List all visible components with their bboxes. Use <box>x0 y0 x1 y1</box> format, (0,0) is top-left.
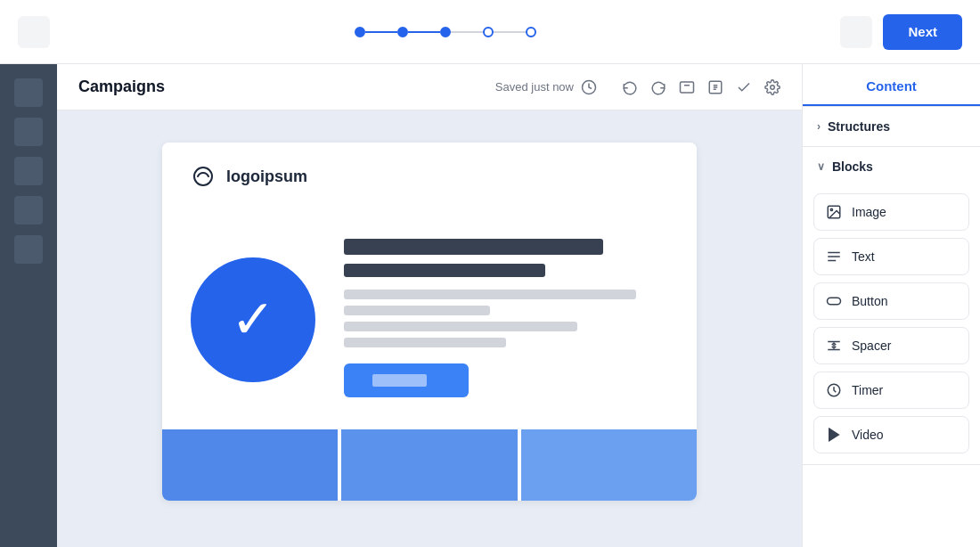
text-icon <box>825 248 843 265</box>
text-bar-body-4 <box>344 338 506 347</box>
canvas-header: logoipsum <box>162 143 697 210</box>
top-bar: Next <box>0 0 980 64</box>
text-bar-heading-2 <box>344 264 545 277</box>
preview-icon[interactable] <box>679 79 695 95</box>
canvas-hero: ✓ <box>162 210 697 429</box>
blocks-label: Blocks <box>832 159 873 174</box>
top-bar-left <box>18 16 50 48</box>
block-image-label: Image <box>852 205 886 219</box>
step-3 <box>440 27 451 37</box>
block-item-timer[interactable]: Timer <box>813 371 969 409</box>
secondary-button[interactable] <box>840 16 872 48</box>
undo-icon[interactable] <box>622 79 638 95</box>
left-sidebar <box>0 64 57 547</box>
svg-point-3 <box>771 85 775 89</box>
settings-icon[interactable] <box>764 79 780 95</box>
panel-tabs: Content <box>803 64 980 107</box>
step-4 <box>483 27 494 37</box>
step-line-2 <box>408 31 440 33</box>
history-icon[interactable] <box>581 79 597 95</box>
text-bar-body-1 <box>344 290 636 299</box>
tab-content[interactable]: Content <box>803 64 980 106</box>
editor-toolbar <box>622 79 780 95</box>
logo-icon <box>191 164 216 189</box>
step-2 <box>397 27 408 37</box>
save-status-text: Saved just now <box>495 80 574 94</box>
structures-header[interactable]: › Structures <box>803 107 980 146</box>
sidebar-icon-4[interactable] <box>14 196 43 225</box>
editor-status: Saved just now <box>495 79 597 95</box>
test-icon[interactable] <box>707 79 723 95</box>
sidebar-icon-5[interactable] <box>14 235 43 264</box>
button-icon <box>825 292 843 310</box>
editor-header: Campaigns Saved just now <box>57 64 802 110</box>
block-item-image[interactable]: Image <box>813 193 969 231</box>
block-item-button[interactable]: Button <box>813 282 969 320</box>
blocks-section: ∨ Blocks Image Text <box>803 147 980 465</box>
block-button-label: Button <box>852 294 887 308</box>
spacer-icon <box>825 337 843 355</box>
structures-section: › Structures <box>803 107 980 147</box>
step-line-1 <box>365 31 397 33</box>
checkmark-icon: ✓ <box>231 293 275 347</box>
text-bar-body-3 <box>344 322 577 331</box>
top-bar-right: Next <box>840 14 962 50</box>
content-area: Campaigns Saved just now <box>57 64 802 547</box>
image-icon <box>825 203 843 221</box>
block-item-video[interactable]: Video <box>813 416 969 453</box>
svg-point-5 <box>830 208 832 210</box>
step-line-4 <box>494 31 526 33</box>
next-button[interactable]: Next <box>883 14 962 50</box>
structures-label: Structures <box>828 119 890 134</box>
block-item-spacer[interactable]: Spacer <box>813 327 969 364</box>
canvas-scroll: logoipsum ✓ <box>57 110 802 547</box>
block-spacer-label: Spacer <box>852 339 891 353</box>
text-bar-body-2 <box>344 306 490 315</box>
main-layout: Campaigns Saved just now <box>0 64 980 547</box>
editor-title: Campaigns <box>78 78 165 96</box>
cta-button-label <box>372 374 427 387</box>
blocks-header[interactable]: ∨ Blocks <box>803 147 980 186</box>
text-content <box>344 239 668 401</box>
step-1 <box>355 27 365 37</box>
stepper <box>355 27 536 37</box>
timer-icon <box>825 381 843 399</box>
step-5 <box>526 27 536 37</box>
block-text-label: Text <box>852 249 875 264</box>
back-button[interactable] <box>18 16 50 48</box>
chevron-down-icon: ∨ <box>817 160 825 173</box>
sidebar-icon-2[interactable] <box>14 118 43 146</box>
sidebar-icon-1[interactable] <box>14 78 43 107</box>
text-bar-heading-1 <box>344 239 603 255</box>
canvas-footer-cards <box>162 429 697 501</box>
svg-rect-1 <box>681 82 694 93</box>
cta-button[interactable] <box>344 363 469 397</box>
sidebar-icon-3[interactable] <box>14 157 43 185</box>
check-icon[interactable] <box>736 79 752 95</box>
block-item-text[interactable]: Text <box>813 238 969 275</box>
svg-rect-9 <box>828 298 841 305</box>
redo-icon[interactable] <box>650 79 666 95</box>
block-video-label: Video <box>852 428 884 442</box>
footer-card-2 <box>341 429 517 501</box>
svg-marker-14 <box>829 429 839 441</box>
email-canvas: logoipsum ✓ <box>162 143 697 501</box>
video-icon <box>825 426 843 444</box>
checkmark-circle: ✓ <box>191 257 315 382</box>
logo-text: logoipsum <box>226 167 307 186</box>
footer-card-1 <box>162 429 338 501</box>
blocks-list: Image Text Button <box>803 186 980 464</box>
right-panel: Content › Structures ∨ Blocks Image <box>802 64 980 547</box>
footer-card-3 <box>521 429 697 501</box>
chevron-right-icon: › <box>817 120 821 133</box>
block-timer-label: Timer <box>852 383 883 397</box>
top-bar-center <box>64 27 826 37</box>
step-line-3 <box>451 31 483 33</box>
